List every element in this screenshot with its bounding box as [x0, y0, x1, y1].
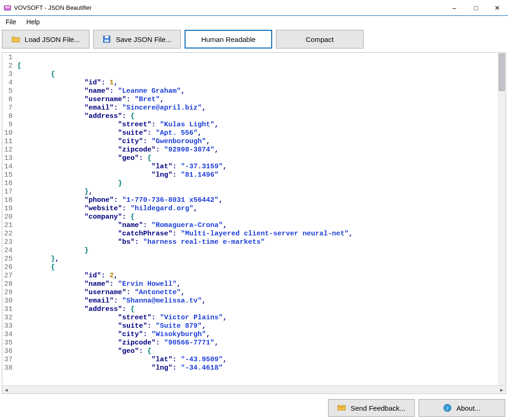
svg-rect-0	[4, 6, 11, 10]
info-icon: i	[443, 404, 452, 412]
vertical-scrollbar[interactable]	[498, 53, 506, 386]
svg-rect-4	[104, 40, 109, 42]
send-feedback-button[interactable]: Send Feedback...	[328, 399, 415, 417]
scroll-thumb[interactable]	[499, 54, 505, 91]
app-icon	[4, 4, 11, 12]
compact-button[interactable]: Compact	[276, 30, 364, 48]
load-json-label: Load JSON File...	[25, 35, 80, 43]
menubar: File Help	[0, 16, 508, 28]
menu-file[interactable]: File	[4, 17, 18, 27]
about-button[interactable]: i About...	[419, 399, 505, 417]
menu-help[interactable]: Help	[25, 17, 42, 27]
svg-text:i: i	[447, 405, 448, 411]
mail-icon	[337, 404, 346, 412]
scroll-right-icon[interactable]: ►	[498, 386, 506, 394]
svg-rect-1	[5, 7, 10, 7]
load-json-button[interactable]: Load JSON File...	[2, 30, 89, 48]
save-json-button[interactable]: Save JSON File...	[93, 30, 181, 48]
send-feedback-label: Send Feedback...	[350, 404, 405, 412]
save-json-label: Save JSON File...	[116, 35, 171, 43]
close-button[interactable]: ✕	[487, 0, 508, 16]
svg-rect-3	[105, 36, 109, 38]
maximize-button[interactable]: □	[465, 0, 487, 16]
about-label: About...	[456, 404, 481, 412]
code-area[interactable]: [ { "id": 1, "name": "Leanne Graham", "u…	[15, 53, 498, 386]
minimize-button[interactable]: –	[444, 0, 465, 16]
scroll-left-icon[interactable]: ◄	[2, 386, 10, 394]
titlebar: VOVSOFT - JSON Beautifier – □ ✕	[0, 0, 508, 16]
human-readable-button[interactable]: Human Readable	[185, 30, 272, 48]
line-gutter: 1234567891011121314151617181920212223242…	[2, 53, 15, 386]
folder-open-icon	[12, 35, 20, 43]
footer: Send Feedback... i About...	[0, 396, 508, 420]
window-title: VOVSOFT - JSON Beautifier	[14, 4, 92, 11]
human-readable-label: Human Readable	[201, 35, 256, 43]
horizontal-scrollbar[interactable]: ◄ ►	[2, 386, 506, 393]
toolbar: Load JSON File... Save JSON File... Huma…	[0, 28, 508, 52]
editor[interactable]: 1234567891011121314151617181920212223242…	[2, 52, 506, 394]
save-icon	[103, 35, 111, 43]
compact-label: Compact	[306, 35, 334, 43]
